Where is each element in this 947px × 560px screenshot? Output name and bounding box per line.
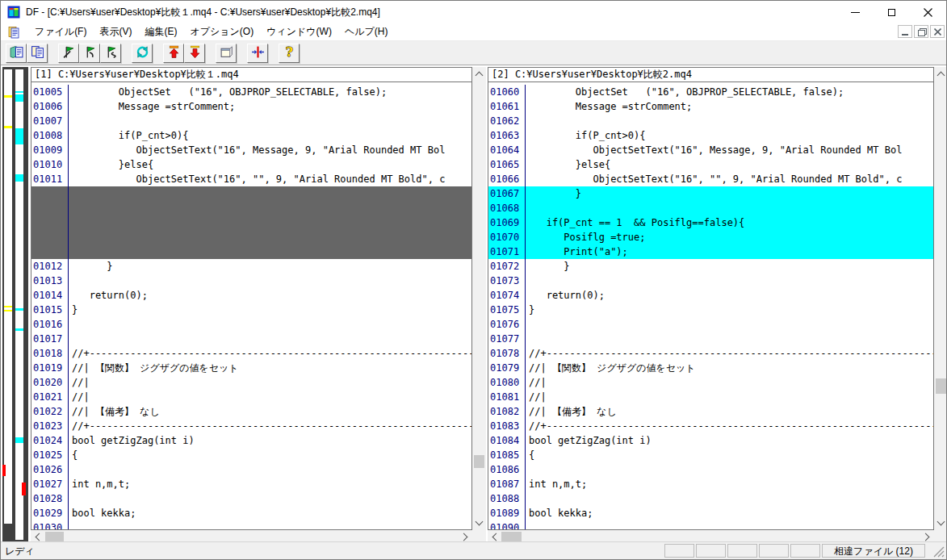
code-line[interactable]: 01084bool getZigZag(int i) xyxy=(488,433,933,448)
code-line[interactable]: 01077 xyxy=(488,332,933,346)
code-line[interactable]: 01019//| 【関数】 ジグザグの値をセット xyxy=(31,361,471,375)
code-line[interactable]: 01020//| xyxy=(31,375,471,390)
code-line[interactable]: 01009 ObjectSetText("16", Message, 9, "A… xyxy=(31,143,471,157)
code-line[interactable] xyxy=(31,230,471,244)
code-line[interactable]: 01075} xyxy=(488,303,933,317)
mdi-restore-button[interactable] xyxy=(914,25,928,38)
mdi-minimize-button[interactable] xyxy=(898,25,912,38)
code-line[interactable]: 01088 xyxy=(488,491,933,506)
code-line[interactable]: 01030 xyxy=(31,520,471,529)
vscroll-track[interactable] xyxy=(934,81,947,516)
code-line[interactable]: 01089bool kekka; xyxy=(488,506,933,520)
scroll-down-button[interactable] xyxy=(472,516,486,530)
menu-item-options[interactable]: オプション(O) xyxy=(183,23,260,41)
code-line[interactable]: 01005 ObjectSet ("16", OBJPROP_SELECTABL… xyxy=(31,85,471,99)
code-line[interactable]: 01079//| 【関数】 ジグザグの値をセット xyxy=(488,361,933,375)
code-line[interactable]: 01066 ObjectSetText("16", "", 9, "Arial … xyxy=(488,172,933,186)
code-line[interactable]: 01022//| 【備考】 なし xyxy=(31,404,471,419)
code-line[interactable]: 01011 ObjectSetText("16", "", 9, "Arial … xyxy=(31,172,471,186)
hscroll-thumb[interactable] xyxy=(501,532,522,541)
map-strip-file1[interactable] xyxy=(4,69,12,524)
menu-item-help[interactable]: ヘルプ(H) xyxy=(338,23,395,41)
code-line[interactable]: 01086 xyxy=(488,462,933,477)
flag-edit-button[interactable] xyxy=(58,44,79,63)
code-line[interactable]: 01014 return(0); xyxy=(31,288,471,303)
code-line[interactable]: 01017 xyxy=(31,332,471,346)
minimize-button[interactable] xyxy=(837,1,874,23)
hscroll-thumb[interactable] xyxy=(45,532,64,541)
code-line[interactable]: 01083//+--------------------------------… xyxy=(488,419,933,433)
code-line[interactable]: 01065 }else{ xyxy=(488,157,933,172)
code-line[interactable]: 01008 if(P_cnt>0){ xyxy=(31,128,471,143)
scroll-up-button[interactable] xyxy=(934,67,947,81)
menu-item-view[interactable]: 表示(V) xyxy=(93,23,138,41)
code-line[interactable]: 01023//+--------------------------------… xyxy=(31,419,471,433)
prev-diff-button[interactable] xyxy=(163,44,184,63)
refresh-button[interactable] xyxy=(132,44,153,63)
flag-s-button[interactable] xyxy=(100,44,121,63)
code-line[interactable]: 01025{ xyxy=(31,448,471,462)
code-line[interactable]: 01021//| xyxy=(31,390,471,404)
code-line[interactable] xyxy=(31,244,471,259)
scroll-down-button[interactable] xyxy=(934,516,947,530)
menu-item-file[interactable]: ファイル(F) xyxy=(28,23,93,41)
maximize-button[interactable] xyxy=(874,1,910,23)
code-line[interactable]: 01024bool getZigZag(int i) xyxy=(31,433,471,448)
menu-item-window[interactable]: ウィンドウ(W) xyxy=(260,23,338,41)
code-line[interactable]: 01069 if(P_cnt == 1 && Posiflg==false){ xyxy=(488,215,933,230)
code-line[interactable]: 01013 xyxy=(31,274,471,288)
diff-map[interactable] xyxy=(2,67,28,543)
code-line[interactable]: 01007 xyxy=(31,114,471,128)
code-line[interactable]: 01087int n,m,t; xyxy=(488,477,933,491)
code-line[interactable]: 01062 xyxy=(488,114,933,128)
mdi-close-button[interactable] xyxy=(930,25,945,38)
right-vertical-scrollbar[interactable] xyxy=(934,67,947,530)
code-line[interactable]: 01070 Posiflg =true; xyxy=(488,230,933,244)
code-line[interactable]: 01028 xyxy=(31,491,471,506)
left-vertical-scrollbar[interactable] xyxy=(472,67,486,530)
code-line[interactable]: 01015} xyxy=(31,303,471,317)
scroll-up-button[interactable] xyxy=(472,67,486,81)
code-line[interactable]: 01085{ xyxy=(488,448,933,462)
code-line[interactable]: 01012 } xyxy=(31,259,471,274)
help-button[interactable]: ? xyxy=(279,44,300,63)
close-button[interactable] xyxy=(910,1,946,23)
code-line[interactable]: 01018//+--------------------------------… xyxy=(31,346,471,361)
code-line[interactable]: 01027int n,m,t; xyxy=(31,477,471,491)
code-line[interactable]: 01067 } xyxy=(488,186,933,201)
code-line[interactable]: 01073 xyxy=(488,274,933,288)
code-line[interactable]: 01060 ObjectSet ("16", OBJPROP_SELECTABL… xyxy=(488,85,933,99)
code-line[interactable]: 01064 ObjectSetText("16", Message, 9, "A… xyxy=(488,143,933,157)
merge-button[interactable] xyxy=(247,44,268,63)
menu-item-edit[interactable]: 編集(E) xyxy=(138,23,183,41)
vscroll-thumb[interactable] xyxy=(474,455,484,468)
compare-files-button[interactable] xyxy=(6,44,27,63)
code-line[interactable]: 01071 Print("a"); xyxy=(488,244,933,259)
code-line[interactable]: 01082//| 【備考】 なし xyxy=(488,404,933,419)
code-line[interactable]: 01016 xyxy=(31,317,471,332)
code-line[interactable]: 01061 Message =strComment; xyxy=(488,99,933,114)
code-line[interactable]: 01090 xyxy=(488,520,933,529)
code-line[interactable] xyxy=(31,186,471,201)
vscroll-track[interactable] xyxy=(472,81,486,516)
code-line[interactable]: 01006 Message =strComment; xyxy=(31,99,471,114)
code-line[interactable]: 01029bool kekka; xyxy=(31,506,471,520)
flag-curve-button[interactable] xyxy=(79,44,100,63)
code-line[interactable]: 01078//+--------------------------------… xyxy=(488,346,933,361)
code-line[interactable]: 01026 xyxy=(31,462,471,477)
resize-grip[interactable] xyxy=(932,545,945,558)
code-line[interactable]: 01080//| xyxy=(488,375,933,390)
next-diff-button[interactable] xyxy=(184,44,205,63)
report-button[interactable] xyxy=(216,44,237,63)
code-line[interactable]: 01072 } xyxy=(488,259,933,274)
code-line[interactable]: 01063 if(P_cnt>0){ xyxy=(488,128,933,143)
code-line[interactable]: 01010 }else{ xyxy=(31,157,471,172)
code-line[interactable] xyxy=(31,215,471,230)
vscroll-thumb[interactable] xyxy=(936,378,946,394)
title-bar[interactable]: DF - [C:¥Users¥user¥Desktop¥比較１.mq4 - C:… xyxy=(1,1,946,23)
copy-file-button[interactable] xyxy=(27,44,48,63)
code-line[interactable]: 01076 xyxy=(488,317,933,332)
code-line[interactable]: 01081//| xyxy=(488,390,933,404)
right-code-area[interactable]: 01060 ObjectSet ("16", OBJPROP_SELECTABL… xyxy=(488,82,933,529)
code-line[interactable]: 01074 return(0); xyxy=(488,288,933,303)
